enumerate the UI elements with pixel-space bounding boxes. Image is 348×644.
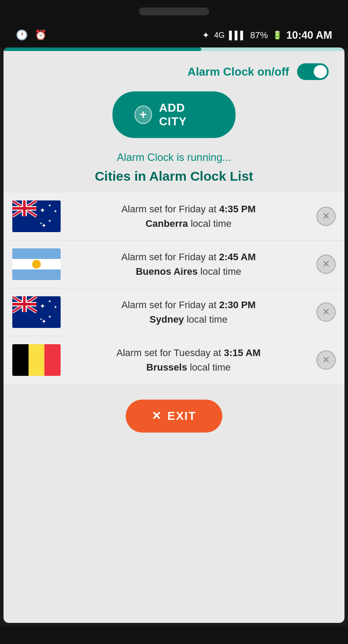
alarm-text-sydney: Alarm set for Friday at 2:30 PM Sydney l… xyxy=(69,298,308,327)
notch-pill xyxy=(139,7,209,15)
svg-text:✦: ✦ xyxy=(48,218,51,223)
add-city-button[interactable]: + ADD CITY xyxy=(112,91,236,138)
alarm-icon: ⏰ xyxy=(35,29,47,41)
flag-belgium xyxy=(12,344,61,376)
alarm-toggle-switch[interactable] xyxy=(297,63,329,80)
progress-bar-fill xyxy=(4,47,201,51)
city-list: ✦ ✦ ✦ ✦ ✦ ✦ Alarm set for Friday at 4:35… xyxy=(4,193,344,384)
battery-level: 87% xyxy=(250,30,268,40)
status-time: 10:40 AM xyxy=(286,29,332,41)
phone-bottom-bar xyxy=(0,626,348,644)
svg-rect-25 xyxy=(12,303,36,306)
remove-city-buenos-aires[interactable]: ✕ xyxy=(316,255,336,274)
toggle-knob xyxy=(314,65,327,78)
city-info-buenos-aires: Alarm set for Friday at 2:45 AM Buenos A… xyxy=(69,250,308,279)
svg-text:✦: ✦ xyxy=(54,305,57,309)
svg-text:✦: ✦ xyxy=(41,222,47,229)
add-city-plus-icon: + xyxy=(134,106,152,124)
bluetooth-icon: ✦ xyxy=(202,30,210,40)
phone-frame: 🕐 ⏰ ✦ 4G ▌▌▌ 87% 🔋 10:40 AM Alarm Clock … xyxy=(0,0,348,644)
alarm-time-sydney: 2:30 PM xyxy=(219,299,256,310)
city-name-brussels: Brussels xyxy=(146,362,187,373)
alarm-text-brussels: Alarm set for Tuesday at 3:15 AM Brussel… xyxy=(69,346,308,375)
svg-text:✦: ✦ xyxy=(41,318,47,325)
network-icon: 4G xyxy=(214,31,225,40)
exit-x-icon: ✕ xyxy=(152,409,161,423)
alarm-toggle-label: Alarm Clock on/off xyxy=(188,65,289,79)
svg-text:✦: ✦ xyxy=(48,203,51,208)
signal-bars-icon: ▌▌▌ xyxy=(229,31,246,40)
battery-icon: 🔋 xyxy=(272,30,282,40)
remove-city-sydney[interactable]: ✕ xyxy=(316,302,336,322)
city-item-brussels: Alarm set for Tuesday at 3:15 AM Brussel… xyxy=(4,336,344,384)
status-right-info: ✦ 4G ▌▌▌ 87% 🔋 10:40 AM xyxy=(202,29,332,41)
app-content: Alarm Clock on/off + ADD CITY Alarm Cloc… xyxy=(4,47,344,623)
exit-label: EXIT xyxy=(167,409,196,423)
remove-city-canberra[interactable]: ✕ xyxy=(316,207,336,226)
alarm-text-buenos-aires: Alarm set for Friday at 2:45 AM Buenos A… xyxy=(69,250,308,279)
svg-text:✦: ✦ xyxy=(48,314,51,319)
svg-text:✦: ✦ xyxy=(48,299,51,304)
city-name-buenos-aires: Buenos Aires xyxy=(136,266,198,277)
status-bar: 🕐 ⏰ ✦ 4G ▌▌▌ 87% 🔋 10:40 AM xyxy=(0,23,348,47)
city-name-sydney: Sydney xyxy=(149,314,184,325)
progress-bar-container xyxy=(4,47,344,51)
city-name-canberra: Canberra xyxy=(145,218,188,229)
alarm-toggle-row: Alarm Clock on/off xyxy=(4,51,344,87)
city-info-sydney: Alarm set for Friday at 2:30 PM Sydney l… xyxy=(69,298,308,327)
svg-text:✦: ✦ xyxy=(54,209,57,214)
svg-text:✦: ✦ xyxy=(40,207,45,214)
exit-button[interactable]: ✕ EXIT xyxy=(126,400,222,433)
flag-australia-canberra: ✦ ✦ ✦ ✦ ✦ ✦ xyxy=(12,200,61,232)
flag-australia-sydney: ✦ ✦ ✦ ✦ ✦ ✦ xyxy=(12,296,61,328)
city-info-canberra: Alarm set for Friday at 4:35 PM Canberra… xyxy=(69,202,308,231)
svg-rect-9 xyxy=(12,207,36,210)
alarm-time-brussels: 3:15 AM xyxy=(224,347,261,358)
svg-text:✦: ✦ xyxy=(40,302,45,310)
status-left-icons: 🕐 ⏰ xyxy=(16,29,47,41)
flag-argentina xyxy=(12,248,61,280)
alarm-text-canberra: Alarm set for Friday at 4:35 PM Canberra… xyxy=(69,202,308,231)
remove-city-brussels[interactable]: ✕ xyxy=(316,350,336,370)
city-item-sydney: ✦ ✦ ✦ ✦ ✦ ✦ Alarm set for Friday at 2:30… xyxy=(4,288,344,336)
add-city-label: ADD CITY xyxy=(159,101,214,128)
notch-bar xyxy=(0,0,348,23)
cities-list-heading: Cities in Alarm Clock List xyxy=(4,169,344,184)
city-info-brussels: Alarm set for Tuesday at 3:15 AM Brussel… xyxy=(69,346,308,375)
alarm-time-buenos-aires: 2:45 AM xyxy=(219,251,256,262)
alarm-running-status: Alarm Clock is running... xyxy=(4,151,344,164)
city-item-canberra: ✦ ✦ ✦ ✦ ✦ ✦ Alarm set for Friday at 4:35… xyxy=(4,193,344,240)
clock-icon: 🕐 xyxy=(16,29,28,41)
alarm-time-canberra: 4:35 PM xyxy=(219,204,256,215)
city-item-buenos-aires: Alarm set for Friday at 2:45 AM Buenos A… xyxy=(4,240,344,288)
